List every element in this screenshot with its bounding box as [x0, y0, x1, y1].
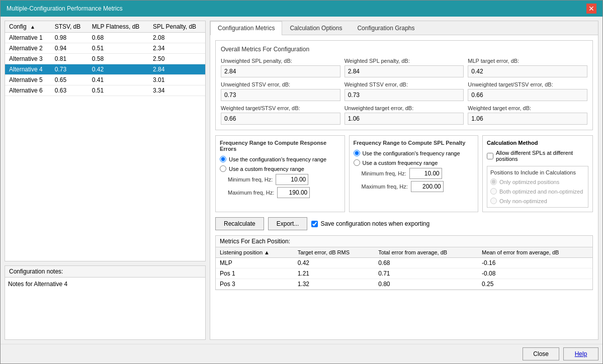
close-button[interactable]: Close	[523, 347, 559, 360]
metrics-grid: Unweighted SPL penalty, dB: Weighted SPL…	[221, 58, 587, 125]
metric-item: Unweighted target error, dB:	[344, 105, 464, 125]
metric-label: Unweighted target error, dB:	[344, 105, 464, 111]
metric-item: Weighted target/STSV error, dB:	[221, 105, 340, 125]
metric-item: Unweighted STSV error, dB:	[221, 81, 340, 101]
metric-input[interactable]	[221, 65, 340, 77]
freq-spl-radio-group: Use the configuration's frequency range …	[354, 150, 474, 166]
metric-item: Unweighted SPL penalty, dB:	[221, 58, 340, 77]
tab-configuration-metrics[interactable]: Configuration Metrics	[210, 21, 282, 35]
metric-input[interactable]	[221, 89, 340, 101]
freq-spl-section: Frequency Range to Compute SPL Penalty U…	[349, 135, 479, 212]
close-window-button[interactable]: ✕	[586, 4, 596, 14]
save-notes-checkbox[interactable]	[311, 221, 318, 227]
metric-input[interactable]	[468, 113, 587, 125]
col-spl[interactable]: SPL Penalty, dB	[149, 21, 205, 33]
metric-label: Unweighted SPL penalty, dB:	[221, 58, 340, 64]
overall-metrics-title: Overall Metrics For Configuration	[221, 46, 587, 53]
positions-radio-group: Only optimized positions Both optimized …	[490, 178, 585, 204]
freq-sections-row: Frequency Range to Compute Response Erro…	[215, 135, 593, 212]
tab-configuration-graphs[interactable]: Configuration Graphs	[350, 21, 422, 35]
allow-different-spl-checkbox[interactable]: Allow different SPLs at different positi…	[487, 150, 588, 162]
table-row[interactable]: Pos 11.210.71-0.08	[216, 268, 592, 279]
tab-content: Overall Metrics For Configuration Unweig…	[210, 35, 598, 339]
freq-spl-title: Frequency Range to Compute SPL Penalty	[354, 140, 474, 146]
positions-title: Positions to Include in Calculations	[490, 169, 585, 175]
col-config[interactable]: Config ▲	[5, 21, 51, 33]
table-row[interactable]: Alternative 50.650.413.01	[5, 75, 205, 85]
freq-response-min-input[interactable]	[276, 174, 308, 185]
right-panel: Configuration Metrics Calculation Option…	[210, 21, 598, 340]
metric-input[interactable]	[468, 65, 587, 77]
freq-response-title: Frequency Range to Compute Response Erro…	[220, 140, 340, 152]
metric-item: Weighted target error, dB:	[468, 105, 587, 125]
positions-radio-non-optimized[interactable]: Only non-optimized	[490, 198, 585, 204]
overall-metrics-section: Overall Metrics For Configuration Unweig…	[215, 40, 593, 130]
col-stsv[interactable]: STSV, dB	[51, 21, 88, 33]
freq-response-max-label: Maximum freq, Hz:	[228, 190, 274, 196]
pos-col-target-error[interactable]: Target error, dB RMS	[294, 247, 375, 258]
freq-response-min-row: Minimum freq, Hz:	[220, 174, 340, 185]
freq-spl-radio2[interactable]: Use a custom frequency range	[354, 159, 474, 166]
metric-input[interactable]	[221, 113, 340, 125]
tabs-container: Configuration Metrics Calculation Option…	[210, 21, 598, 35]
bottom-bar: Close Help	[1, 344, 602, 363]
position-metrics-table: Listening position ▲ Target error, dB RM…	[216, 247, 592, 290]
metric-item: Unweighted target/STSV error, dB:	[468, 81, 587, 101]
sort-arrow: ▲	[30, 24, 35, 30]
freq-spl-max-input[interactable]	[411, 181, 444, 192]
table-row[interactable]: Alternative 20.940.512.34	[5, 43, 205, 54]
freq-response-radio1[interactable]: Use the configuration's frequency range	[220, 156, 340, 162]
positions-radio-optimized[interactable]: Only optimized positions	[490, 178, 585, 185]
metric-item: Weighted SPL penalty, dB:	[344, 58, 464, 77]
notes-textarea[interactable]	[5, 278, 205, 338]
table-row[interactable]: Pos 31.320.800.25	[216, 279, 592, 290]
metric-item: MLP target error, dB:	[468, 58, 587, 77]
metric-label: Unweighted target/STSV error, dB:	[468, 81, 587, 87]
calc-method-section: Calculation Method Allow different SPLs …	[482, 135, 593, 212]
col-mlp[interactable]: MLP Flatness, dB	[88, 21, 149, 33]
table-row[interactable]: Alternative 40.730.422.84	[5, 64, 205, 75]
table-row[interactable]: Alternative 10.980.682.08	[5, 33, 205, 43]
table-row[interactable]: Alternative 60.630.513.34	[5, 85, 205, 96]
freq-spl-radio1[interactable]: Use the configuration's frequency range	[354, 150, 474, 156]
pos-col-total-error[interactable]: Total error from average, dB	[374, 247, 478, 258]
tab-calculation-options[interactable]: Calculation Options	[282, 21, 350, 35]
freq-response-radio2[interactable]: Use a custom frequency range	[220, 165, 340, 172]
metric-label: Weighted SPL penalty, dB:	[344, 58, 464, 64]
pos-col-position[interactable]: Listening position ▲	[216, 247, 294, 258]
freq-response-max-input[interactable]	[277, 187, 310, 198]
metric-input[interactable]	[344, 113, 464, 125]
metric-item: Weighted STSV error, dB:	[344, 81, 464, 101]
freq-response-max-row: Maximum freq, Hz:	[220, 187, 340, 198]
calc-method-title: Calculation Method	[487, 140, 588, 146]
metric-label: Weighted STSV error, dB:	[344, 81, 464, 87]
metric-input[interactable]	[468, 89, 587, 101]
export-button[interactable]: Export...	[268, 217, 308, 230]
freq-response-min-label: Minimum freq, Hz:	[228, 176, 273, 183]
metric-label: MLP target error, dB:	[468, 58, 587, 64]
save-notes-checkbox-label[interactable]: Save configuration notes when exporting	[311, 220, 429, 227]
pos-col-mean-error[interactable]: Mean of error from average, dB	[478, 247, 592, 258]
freq-spl-min-label: Minimum freq, Hz:	[362, 170, 406, 176]
action-row: Recalculate Export... Save configuration…	[215, 217, 593, 230]
positions-radio-both[interactable]: Both optimized and non-optimized	[490, 188, 585, 195]
config-table-container: Config ▲ STSV, dB MLP Flatness, dB SPL P…	[5, 21, 206, 261]
table-row[interactable]: Alternative 30.810.582.50	[5, 54, 205, 64]
recalculate-button[interactable]: Recalculate	[215, 217, 264, 230]
metric-label: Unweighted STSV error, dB:	[221, 81, 340, 87]
help-button[interactable]: Help	[563, 347, 598, 360]
freq-spl-min-input[interactable]	[409, 168, 442, 179]
freq-response-radio-group: Use the configuration's frequency range …	[220, 156, 340, 172]
metric-input[interactable]	[344, 89, 464, 101]
window-title: Multiple-Configuration Performance Metri…	[7, 5, 123, 12]
metric-label: Weighted target error, dB:	[468, 105, 587, 111]
metric-input[interactable]	[344, 65, 464, 77]
metric-label: Weighted target/STSV error, dB:	[221, 105, 340, 111]
freq-spl-max-label: Maximum freq, Hz:	[362, 184, 408, 190]
freq-spl-min-row: Minimum freq, Hz:	[354, 168, 474, 179]
notes-section: Configuration notes:	[5, 265, 206, 340]
notes-label: Configuration notes:	[5, 266, 205, 278]
position-metrics-section: Metrics For Each Position: Listening pos…	[215, 235, 593, 290]
left-panel: Config ▲ STSV, dB MLP Flatness, dB SPL P…	[5, 21, 206, 340]
table-row[interactable]: MLP0.420.68-0.16	[216, 258, 592, 268]
